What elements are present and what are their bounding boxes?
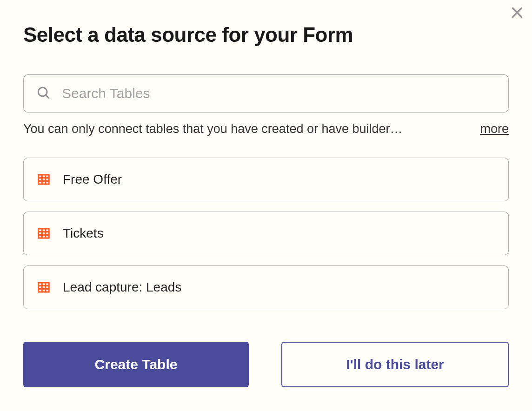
svg-rect-9 — [39, 229, 49, 238]
table-option[interactable]: Free Offer — [23, 158, 509, 201]
close-icon — [510, 5, 525, 21]
do-later-button[interactable]: I'll do this later — [281, 342, 509, 387]
table-icon — [37, 172, 51, 186]
modal-title: Select a data source for your Form — [23, 23, 509, 46]
table-option-label: Tickets — [63, 226, 104, 241]
svg-rect-14 — [39, 283, 49, 292]
search-icon — [36, 85, 51, 102]
search-input[interactable] — [61, 85, 496, 102]
tables-list: Free Offer Tickets — [23, 158, 509, 309]
close-button[interactable] — [508, 4, 526, 22]
table-icon — [37, 280, 51, 294]
table-option-label: Lead capture: Leads — [63, 280, 181, 295]
table-option[interactable]: Tickets — [23, 212, 509, 255]
hint-text: You can only connect tables that you hav… — [23, 122, 469, 136]
more-link[interactable]: more — [480, 122, 509, 136]
create-table-button[interactable]: Create Table — [23, 342, 249, 387]
svg-line-3 — [46, 95, 49, 98]
table-icon — [37, 226, 51, 240]
table-option-label: Free Offer — [63, 172, 122, 187]
svg-rect-4 — [39, 175, 49, 184]
search-input-wrapper[interactable] — [23, 74, 509, 113]
table-option[interactable]: Lead capture: Leads — [23, 265, 509, 309]
